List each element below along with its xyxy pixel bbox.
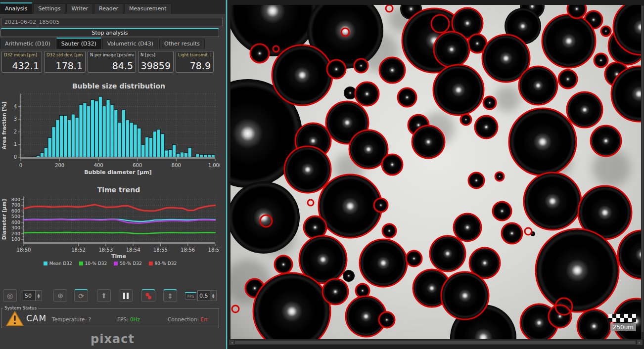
hist-bar bbox=[25, 157, 28, 157]
svg-text:2: 2 bbox=[14, 129, 17, 134]
stat-n-per-image: N per image [pcs/img] 84.5 bbox=[88, 51, 136, 73]
hist-bar bbox=[134, 124, 137, 157]
record-button[interactable]: ◎ bbox=[3, 289, 17, 302]
scale-checker-icon bbox=[608, 314, 636, 322]
zoom-value-input[interactable] bbox=[23, 290, 36, 301]
stop-analysis-button[interactable]: Stop analysis bbox=[0, 28, 219, 37]
hist-bar bbox=[118, 123, 122, 157]
stat-label: D32 std dev. [µm] bbox=[46, 52, 83, 57]
tab-arithmetic-d10[interactable]: Arithmetic (D10) bbox=[0, 39, 55, 49]
hist-bar bbox=[110, 105, 114, 157]
hist-bar bbox=[180, 152, 184, 157]
hist-bar bbox=[130, 123, 133, 157]
svg-text:300: 300 bbox=[11, 225, 20, 230]
hist-bar bbox=[56, 120, 59, 157]
tab-reader[interactable]: Reader bbox=[94, 3, 123, 14]
hist-bar bbox=[79, 105, 83, 157]
upload-button[interactable]: ⬆ bbox=[97, 289, 111, 302]
camera-image[interactable]: 250um bbox=[230, 5, 641, 339]
session-name-input[interactable] bbox=[1, 18, 223, 26]
tab-other-results[interactable]: Other results bbox=[159, 39, 205, 49]
hist-bar bbox=[36, 156, 40, 157]
svg-text:500: 500 bbox=[11, 214, 20, 219]
svg-text:18:56: 18:56 bbox=[181, 247, 195, 253]
trend-line-90-% D32 bbox=[24, 205, 215, 211]
histogram-title: Bubble size distribution bbox=[20, 82, 218, 90]
svg-text:100: 100 bbox=[11, 236, 20, 242]
bubble-overlay bbox=[230, 5, 641, 339]
add-button[interactable]: ⊕ bbox=[53, 289, 67, 302]
scroll-left-icon[interactable]: ◂ bbox=[230, 340, 234, 345]
panel-splitter[interactable] bbox=[226, 0, 227, 349]
legend-item: 50-% D32 bbox=[114, 261, 142, 266]
bubble bbox=[618, 231, 641, 278]
tab-analysis[interactable]: Analysis bbox=[0, 2, 32, 14]
stat-d32-mean: D32 mean [µm] 432.1 bbox=[1, 51, 42, 73]
bubble bbox=[524, 173, 581, 229]
camera-toolbar: ◎ ▲▼ ⊕ ⟳ ⬆ ⇕ FPS ▲▼ bbox=[0, 289, 225, 304]
svg-text:Bubble diameter [µm]: Bubble diameter [µm] bbox=[84, 169, 152, 175]
hist-bar bbox=[106, 100, 110, 157]
hist-bar bbox=[157, 130, 160, 157]
fps-stepper: ▲▼ bbox=[197, 290, 217, 301]
hist-bar bbox=[60, 116, 63, 157]
trend-legend: Mean D3210-% D3250-% D3290-% D32 bbox=[0, 261, 220, 266]
up-down-arrows-icon: ⇕ bbox=[167, 292, 173, 300]
svg-text:700: 700 bbox=[11, 202, 20, 208]
hist-bar bbox=[173, 144, 176, 157]
svg-text:18:52: 18:52 bbox=[71, 247, 86, 253]
trend-xaxis-label: Time bbox=[20, 253, 218, 260]
scroll-right-icon[interactable]: ▸ bbox=[637, 340, 642, 345]
control-panel: Analysis Settings Writer Reader Measurem… bbox=[0, 0, 225, 349]
spinner-arrows-icon[interactable]: ▲▼ bbox=[36, 290, 42, 301]
pause-button[interactable] bbox=[119, 289, 133, 302]
refresh-button[interactable]: ⟳ bbox=[74, 289, 88, 302]
vertical-scroll-thumb[interactable] bbox=[642, 6, 644, 332]
svg-text:600: 600 bbox=[133, 163, 142, 168]
tab-settings[interactable]: Settings bbox=[33, 3, 65, 14]
tab-volumetric-d43[interactable]: Volumetric (D43) bbox=[102, 39, 158, 49]
hist-bar bbox=[207, 155, 211, 157]
hist-bar bbox=[184, 153, 187, 157]
svg-text:18:55: 18:55 bbox=[153, 247, 168, 253]
hist-bar bbox=[29, 157, 32, 157]
connection-status: Connection: Err bbox=[168, 316, 208, 322]
svg-text:4: 4 bbox=[14, 104, 17, 109]
hist-bar bbox=[153, 131, 156, 157]
stat-value: 39859 bbox=[141, 60, 171, 71]
hist-bar bbox=[200, 155, 203, 157]
tab-writer[interactable]: Writer bbox=[66, 3, 93, 14]
stat-value: 78.9 bbox=[190, 60, 211, 71]
vertical-scrollbar[interactable] bbox=[641, 5, 644, 339]
hist-bar bbox=[141, 144, 145, 157]
hist-bar bbox=[33, 157, 36, 157]
scale-indicator: 250um bbox=[608, 314, 636, 331]
horizontal-scrollbar[interactable]: ◂ ▸ bbox=[229, 340, 643, 345]
hist-bar bbox=[63, 116, 67, 157]
eject-button[interactable]: ⇕ bbox=[163, 289, 177, 302]
legend-item: 90-% D32 bbox=[149, 261, 177, 266]
svg-text:3: 3 bbox=[14, 116, 17, 122]
hist-bar bbox=[94, 101, 98, 157]
bubble bbox=[543, 15, 595, 67]
legend-item: 10-% D32 bbox=[79, 261, 107, 266]
bubble bbox=[536, 229, 618, 311]
pause-icon bbox=[123, 293, 129, 299]
temperature-status: Temperature: ? bbox=[52, 316, 91, 322]
scale-label: 250um bbox=[610, 323, 636, 331]
hist-bar bbox=[203, 155, 207, 157]
bubble bbox=[343, 270, 355, 282]
horizontal-scroll-thumb[interactable] bbox=[235, 341, 636, 344]
fps-value-input[interactable] bbox=[197, 290, 210, 301]
svg-text:0: 0 bbox=[19, 163, 22, 168]
tab-measurement[interactable]: Measurement bbox=[124, 3, 172, 14]
system-status-group: System Status CAM Temperature: ? FPS: 0H… bbox=[1, 305, 219, 328]
spinner-arrows-icon[interactable]: ▲▼ bbox=[210, 290, 217, 301]
stat-value: 432.1 bbox=[12, 60, 39, 71]
image-viewer: 250um ◂ ▸ bbox=[228, 0, 644, 349]
tab-sauter-d32[interactable]: Sauter (D32) bbox=[56, 38, 101, 49]
result-tabbar: Arithmetic (D10) Sauter (D32) Volumetric… bbox=[0, 40, 225, 49]
legend-item: Mean D32 bbox=[44, 261, 72, 266]
disconnect-button[interactable] bbox=[141, 289, 155, 302]
stat-label: Light transmit. [-] bbox=[178, 52, 211, 57]
